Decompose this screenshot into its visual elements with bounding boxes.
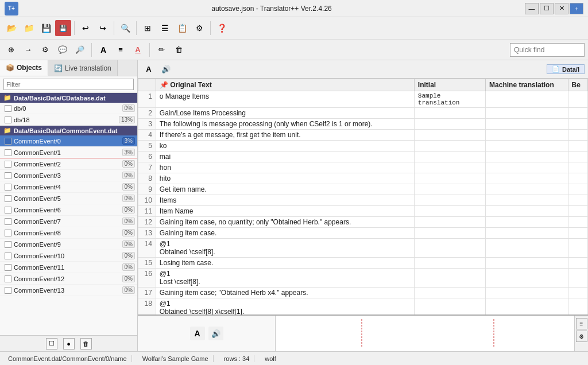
table-row[interactable]: 9 Get item name. [138, 184, 588, 195]
row-original[interactable]: Gaining item case, no quantity; only "Ob… [156, 217, 414, 228]
table-row[interactable]: 11 Item Name [138, 206, 588, 217]
row-machine[interactable] [486, 288, 568, 298]
checkbox[interactable] [5, 207, 11, 213]
table-row[interactable]: 6 mai [138, 152, 588, 162]
align-btn[interactable]: ≡ [113, 43, 128, 57]
table-row[interactable]: 15 Losing item case. [138, 258, 588, 269]
row-be[interactable] [568, 130, 587, 141]
list-item[interactable]: CommonEvent/12 0% [0, 273, 137, 285]
row-be[interactable] [568, 108, 587, 119]
add-row-btn[interactable]: ⊕ [3, 43, 18, 57]
checkbox[interactable] [5, 184, 11, 191]
checkbox[interactable] [5, 105, 11, 112]
table-row[interactable]: 1 o Manage Items Sample translation [138, 91, 588, 108]
list-item[interactable]: CommonEvent/0 3% [0, 135, 137, 147]
list-item[interactable]: CommonEvent/1 3% [0, 147, 137, 158]
font-btn[interactable]: A [96, 43, 111, 57]
checkbox[interactable] [5, 275, 11, 282]
row-initial[interactable] [414, 217, 485, 228]
table-row[interactable]: 13 Gaining item case. [138, 228, 588, 239]
checkbox[interactable] [5, 195, 11, 202]
row-be[interactable] [568, 119, 587, 130]
row-be[interactable] [568, 217, 587, 228]
table-row[interactable]: 7 hon [138, 162, 588, 173]
row-machine[interactable] [486, 184, 568, 195]
row-be[interactable] [568, 162, 587, 173]
row-initial[interactable] [414, 298, 485, 315]
row-be[interactable] [568, 269, 587, 288]
row-be[interactable] [568, 195, 587, 206]
list-item[interactable]: CommonEvent/4 0% [0, 181, 137, 193]
row-initial[interactable] [414, 184, 485, 195]
row-initial[interactable] [414, 162, 485, 173]
row-original[interactable]: Losing item case. [156, 258, 414, 269]
config-btn[interactable]: ⚙ [38, 43, 53, 57]
row-original[interactable]: hito [156, 173, 414, 184]
row-original[interactable]: The following is message processing (onl… [156, 119, 414, 130]
row-initial[interactable] [414, 173, 485, 184]
comment-btn[interactable]: 💬 [55, 43, 70, 57]
list-item[interactable]: CommonEvent/2 0% [0, 158, 137, 170]
import-btn[interactable]: → [21, 43, 36, 57]
delete-btn[interactable]: 🗑 [171, 43, 186, 57]
row-initial[interactable] [414, 206, 485, 217]
row-original[interactable]: Gaining item case; "Obtained Herb x4." a… [156, 288, 414, 298]
row-machine[interactable] [486, 119, 568, 130]
row-original-top[interactable]: @1 [156, 269, 414, 278]
group-header-commonevent[interactable]: 📁 Data/BasicData/CommonEvent.dat [0, 126, 137, 135]
checkbox[interactable] [5, 218, 11, 225]
undo-btn[interactable]: ↩ [78, 20, 94, 36]
table-row[interactable]: 14 @1 [138, 239, 588, 248]
row-be[interactable] [568, 91, 587, 108]
list-item[interactable]: db/0 0% [0, 103, 137, 114]
list-item[interactable]: CommonEvent/5 0% [0, 193, 137, 204]
checkbox[interactable] [5, 253, 11, 259]
font-size-btn[interactable]: A [141, 63, 156, 76]
redo-btn[interactable]: ↪ [95, 20, 111, 36]
list-item[interactable]: CommonEvent/10 0% [0, 250, 137, 262]
row-initial[interactable] [414, 152, 485, 162]
row-machine[interactable] [486, 228, 568, 239]
row-machine[interactable] [486, 269, 568, 288]
row-be[interactable] [568, 173, 587, 184]
row-initial[interactable] [414, 288, 485, 298]
row-original[interactable]: ko [156, 141, 414, 152]
row-machine[interactable] [486, 239, 568, 258]
row-machine[interactable] [486, 108, 568, 119]
row-initial[interactable] [414, 239, 485, 258]
row-be[interactable] [568, 152, 587, 162]
row-original-bottom[interactable]: Obtained \cself[8] x\cself[1]. [156, 308, 414, 314]
row-machine[interactable] [486, 258, 568, 269]
checkbox[interactable] [5, 138, 11, 145]
row-original[interactable]: Get item name. [156, 184, 414, 195]
row-original[interactable]: Item Name [156, 206, 414, 217]
search-tool-btn[interactable]: 🔍 [117, 20, 133, 36]
list-item[interactable]: CommonEvent/7 0% [0, 216, 137, 227]
row-original[interactable]: Items [156, 195, 414, 206]
row-be[interactable] [568, 258, 587, 269]
row-be[interactable] [568, 288, 587, 298]
checkbox-all-btn[interactable]: ☐ [46, 338, 57, 350]
row-machine[interactable] [486, 298, 568, 315]
row-original[interactable]: hon [156, 162, 414, 173]
table-row[interactable]: 2 Gain/Lose Items Processing [138, 108, 588, 119]
bottom-font-btn[interactable]: A [190, 327, 205, 340]
edit-btn[interactable]: ✏ [154, 43, 169, 57]
table-row[interactable]: 10 Items [138, 195, 588, 206]
delete-items-btn[interactable]: 🗑 [80, 338, 92, 350]
checkbox[interactable] [5, 161, 11, 168]
row-be[interactable] [568, 141, 587, 152]
table-row[interactable]: 8 hito [138, 173, 588, 184]
row-machine[interactable] [486, 195, 568, 206]
table-row[interactable]: 18 @1 [138, 298, 588, 308]
checkbox[interactable] [5, 117, 11, 123]
row-initial[interactable] [414, 195, 485, 206]
audio-btn[interactable]: 🔊 [158, 63, 173, 76]
table-row[interactable]: 16 @1 [138, 269, 588, 278]
row-be[interactable] [568, 206, 587, 217]
row-original-bottom[interactable]: Obtained \cself[8]. [156, 248, 414, 258]
row-initial[interactable] [414, 141, 485, 152]
quickfind-input[interactable] [510, 43, 585, 57]
list-btn[interactable]: ☰ [157, 20, 173, 36]
checkbox[interactable] [5, 149, 11, 156]
